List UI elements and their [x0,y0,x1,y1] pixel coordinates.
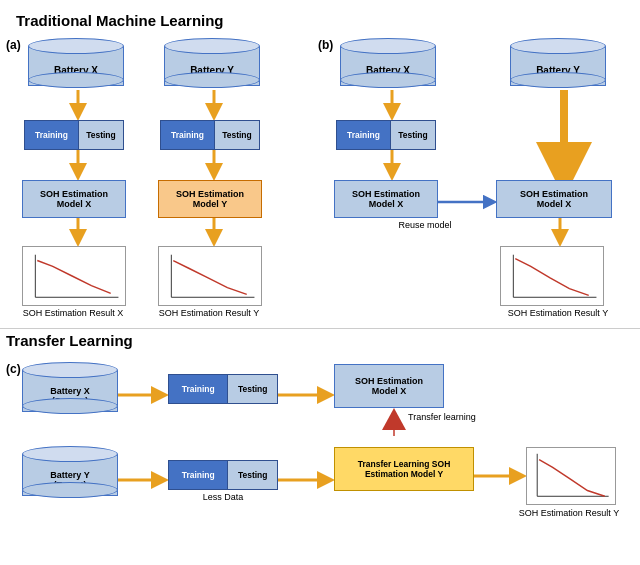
arrow-cx-split [118,385,168,405]
split-box-cy: Training Testing [168,460,278,490]
soh-model-bx: SOH Estimation Model X [334,180,438,218]
arrow-bx-soh [382,150,402,180]
arrow-cy-chart [474,466,526,486]
divider [0,328,640,329]
soh-model-ax: SOH Estimation Model X [22,180,126,218]
split-box-bx: Training Testing [336,120,436,150]
reuse-label: Reuse model [380,220,470,230]
battery-ax: Battery X [28,38,124,90]
result-label-ax: SOH Estimation Result X [8,308,138,318]
arrow-ay-chart [204,218,224,246]
chart-ay [158,246,262,306]
arrow-split-soh-cx [278,385,334,405]
battery-cx: Battery X (Source) [22,362,118,416]
arrow-by-chart [550,218,570,246]
arrow-bx-down [382,90,402,120]
battery-bx: Battery X [340,38,436,90]
battery-cy: Battery Y (Target) [22,446,118,500]
section-b-label: (b) [318,38,333,52]
arrow-split-soh-cy [278,470,334,490]
arrow-bx-reuse [438,192,498,212]
arrow-cy-split [118,470,168,490]
soh-model-cy: Transfer Learning SOH Estimation Model Y [334,447,474,491]
battery-by: Battery Y [510,38,606,90]
split-box-ax: Training Testing [24,120,124,150]
transfer-arrow [382,408,406,436]
chart-by [500,246,604,306]
split-box-cx: Training Testing [168,374,278,404]
soh-model-cx: SOH Estimation Model X [334,364,444,408]
section-a-label: (a) [6,38,21,52]
arrow-ax-down [68,90,88,120]
transfer-label: Transfer learning [408,412,518,422]
result-label-cy: SOH Estimation Result Y [504,508,634,518]
chart-cy [526,447,616,505]
arrow-ax-soh [68,150,88,180]
soh-model-ay: SOH Estimation Model Y [158,180,262,218]
transfer-title: Transfer Learning [6,332,133,349]
diagram: Traditional Machine Learning (a) (b) Bat… [0,0,640,565]
arrow-ay-down [204,90,224,120]
battery-ay: Battery Y [164,38,260,90]
main-title: Traditional Machine Learning [6,4,234,33]
split-box-ay: Training Testing [160,120,260,150]
soh-model-bx2: SOH Estimation Model X [496,180,612,218]
result-label-by: SOH Estimation Result Y [488,308,628,318]
chart-ax [22,246,126,306]
svg-marker-32 [382,408,406,430]
arrow-ay-soh [204,150,224,180]
arrow-ax-chart [68,218,88,246]
arrow-by-big [550,90,578,178]
section-c-label: (c) [6,362,21,376]
result-label-ay: SOH Estimation Result Y [144,308,274,318]
less-data-label: Less Data [178,492,268,502]
